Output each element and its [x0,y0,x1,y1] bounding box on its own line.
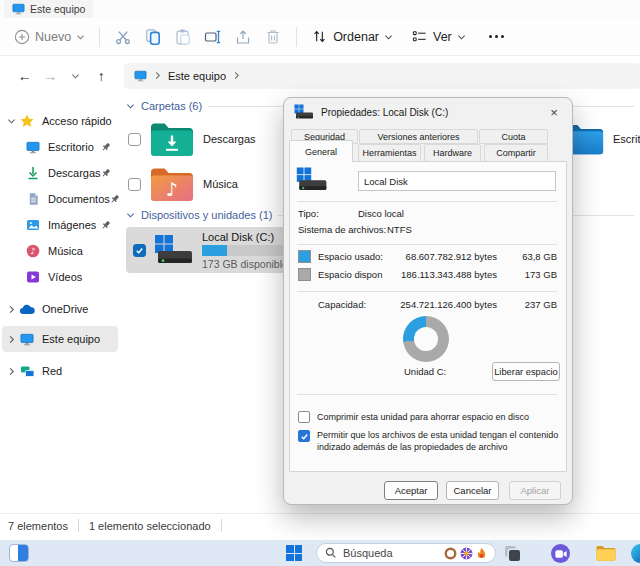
chevron-right-icon[interactable] [4,367,18,376]
file-explorer-icon[interactable] [596,545,616,561]
navigation-pane: Acceso rápido Escritorio Descargas [0,95,120,513]
tab-cuota[interactable]: Cuota [479,129,548,144]
documents-icon [24,192,42,206]
tab-general[interactable]: General [289,140,353,162]
chevron-down-icon [126,211,135,219]
sidebar-item-este-equipo[interactable]: Este equipo [2,326,118,352]
disk-cleanup-button[interactable]: Liberar espacio [492,362,560,381]
cut-button[interactable] [108,24,138,50]
task-view-icon[interactable] [505,546,521,561]
status-divider [221,519,222,532]
address-bar[interactable]: Este equipo [124,63,640,89]
svg-text:♪: ♪ [30,246,35,256]
chevron-down-icon [126,102,135,110]
sidebar-item-documentos[interactable]: Documentos [2,186,118,212]
edge-icon[interactable] [631,544,640,563]
trash-icon [264,28,282,46]
tab-compartir[interactable]: Compartir [484,144,548,162]
folder-item-descargas[interactable]: Descargas [128,122,256,156]
back-button[interactable]: ← [12,64,37,88]
drive-item-local-disk-c[interactable]: Local Disk (C:) 173 GB disponibles [126,227,304,273]
folder-label: Música [203,178,238,190]
sidebar-item-descargas[interactable]: Descargas [2,160,118,186]
forward-button[interactable]: → [37,64,62,88]
check-icon [135,246,144,255]
history-dropdown-button[interactable] [63,64,88,88]
delete-button[interactable] [258,24,288,50]
onedrive-icon [18,304,36,315]
windows-start-icon[interactable] [286,545,302,561]
chevron-down-icon[interactable] [4,117,18,125]
sidebar-item-escritorio[interactable]: Escritorio [2,134,118,160]
svg-text:♪: ♪ [166,178,178,200]
status-divider [78,519,79,532]
capacity-size: 237 GB [525,299,557,310]
item-checkbox[interactable] [128,178,141,191]
compress-checkbox[interactable] [298,411,310,423]
copy-button[interactable] [138,24,168,50]
drive-free-space: 173 GB disponibles [202,258,296,270]
ok-button[interactable]: Aceptar [384,481,438,500]
sidebar-item-videos[interactable]: Vídeos [2,264,118,290]
folder-item-escritorio[interactable]: Escritorio [564,123,640,155]
up-button[interactable]: ↑ [88,64,113,88]
tab-herramientas[interactable]: Herramientas [358,144,421,162]
widgets-icon[interactable] [9,544,29,562]
item-checkbox[interactable] [128,133,141,146]
view-list-icon [411,28,428,45]
chevron-right-icon [154,71,161,80]
sidebar-item-acceso-rapido[interactable]: Acceso rápido [2,108,118,134]
sidebar-item-imagenes[interactable]: Imágenes [2,212,118,238]
rename-button[interactable] [198,24,228,50]
separator [297,244,557,245]
star-icon [18,114,36,128]
drive-caption: Unidad C: [404,366,446,377]
sidebar-item-label: Descargas [48,167,101,179]
sidebar-item-label: Escritorio [48,141,94,153]
tab-hardware[interactable]: Hardware [424,144,481,162]
paste-button[interactable] [168,24,198,50]
folder-item-musica[interactable]: ♪ Música [128,167,238,201]
general-tab-panel: Tipo: Disco local Sistema de archivos: N… [289,161,567,472]
sidebar-item-label: Vídeos [48,271,82,283]
sidebar-item-musica[interactable]: ♪ Música [2,238,118,264]
chevron-right-icon[interactable] [4,335,18,344]
cancel-button[interactable]: Cancelar [446,481,499,500]
share-icon [234,28,252,46]
index-checkbox-checked[interactable] [298,430,310,442]
pin-icon[interactable] [101,220,111,230]
videos-icon [24,270,42,284]
used-space-size: 63,8 GB [522,251,557,262]
ellipsis-icon [489,35,504,38]
volume-name-input[interactable] [358,171,556,191]
explorer-tab[interactable]: Este equipo [4,0,93,18]
sidebar-item-red[interactable]: Red [2,358,118,384]
pin-icon[interactable] [101,142,111,152]
sidebar-item-onedrive[interactable]: OneDrive [2,296,118,322]
apply-button[interactable]: Aplicar [509,481,561,500]
view-button[interactable]: Ver [405,24,472,50]
drive-icon [296,166,328,193]
tab-versiones-anteriores[interactable]: Versiones anteriores [359,129,478,144]
toolbar-divider [99,27,100,47]
share-button[interactable] [228,24,258,50]
taskbar-search[interactable]: Búsqueda [316,543,496,563]
folder-label: Escritorio [613,133,640,145]
new-label: Nuevo [35,30,71,44]
item-checkbox-checked[interactable] [133,244,146,257]
desktop-icon [24,141,42,154]
chevron-right-icon [233,71,240,80]
pin-icon[interactable] [101,168,111,178]
sidebar-item-label: OneDrive [42,303,88,315]
toolbar-divider [296,27,297,47]
scissors-icon [114,28,132,46]
pin-icon[interactable] [110,194,120,204]
sort-button[interactable]: Ordenar [305,24,399,50]
new-button[interactable]: Nuevo [8,24,91,50]
more-options-button[interactable] [482,24,512,50]
chevron-right-icon[interactable] [4,305,18,314]
breadcrumb[interactable]: Este equipo [168,70,226,82]
drive-label: Local Disk (C:) [202,231,296,243]
camera-app-icon[interactable] [551,544,570,563]
close-icon[interactable]: × [545,103,563,121]
